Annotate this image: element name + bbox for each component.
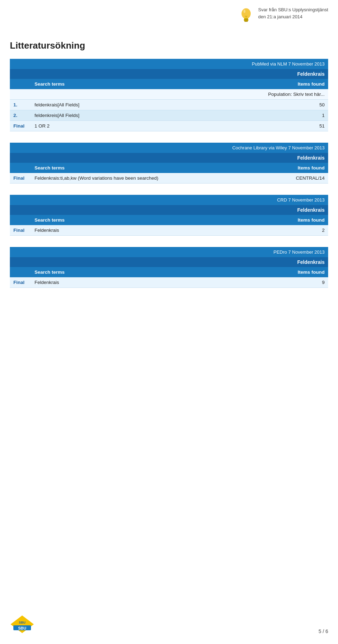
header-text: Svar från SBU:s Upplysningstjänst den 21… bbox=[258, 6, 328, 20]
row-items-found: 51 bbox=[211, 121, 328, 131]
row-num: Final bbox=[10, 277, 31, 288]
row-search-term: Feldenkrais:ti,ab,kw (Word variations ha… bbox=[31, 173, 264, 184]
search-table-pubmed: PubMed via NLM 7 November 2013 Feldenkra… bbox=[10, 59, 328, 131]
header-line1: Svar från SBU:s Upplysningstjänst bbox=[258, 6, 328, 13]
section-cochrane: Cochrane Library via Wiley 7 November 20… bbox=[10, 143, 328, 184]
db-label: CRD 7 November 2013 bbox=[10, 195, 328, 205]
header-line2: den 21:a januari 2014 bbox=[258, 13, 328, 20]
db-header-row: CRD 7 November 2013 bbox=[10, 195, 328, 205]
col-num bbox=[10, 215, 31, 225]
row-num: Final bbox=[10, 173, 31, 184]
search-row: 2. feldenkreis[All Fields] 1 bbox=[10, 110, 328, 121]
row-items-found: 50 bbox=[211, 100, 328, 110]
row-search-term: Feldenkrais bbox=[31, 225, 186, 236]
col-header-row: Search terms Items found bbox=[10, 79, 328, 89]
svg-rect-5 bbox=[245, 21, 248, 22]
topic-label: Feldenkrais bbox=[10, 257, 328, 267]
col-search-terms: Search terms bbox=[31, 267, 186, 277]
row-items-found: 2 bbox=[186, 225, 328, 236]
row-items-found: CENTRAL/14 bbox=[264, 173, 328, 184]
topic-header-row: Feldenkrais bbox=[10, 257, 328, 267]
page-title: Litteratursökning bbox=[10, 40, 328, 51]
topic-label: Feldenkrais bbox=[10, 69, 328, 79]
row-num: 1. bbox=[10, 100, 31, 110]
topic-header-row: Feldenkrais bbox=[10, 69, 328, 79]
search-table-cochrane: Cochrane Library via Wiley 7 November 20… bbox=[10, 143, 328, 184]
page-footer: SBU SBU 5 / 6 bbox=[0, 615, 338, 634]
search-table-pedro: PEDro 7 November 2013 Feldenkrais Search… bbox=[10, 247, 328, 288]
search-row: Final Feldenkrais 9 bbox=[10, 277, 328, 288]
row-num: 2. bbox=[10, 110, 31, 121]
col-num bbox=[10, 267, 31, 277]
col-num bbox=[10, 163, 31, 173]
search-row: Final Feldenkrais 2 bbox=[10, 225, 328, 236]
bulb-icon bbox=[238, 6, 254, 26]
db-header-row: Cochrane Library via Wiley 7 November 20… bbox=[10, 143, 328, 153]
page-number: 5 / 6 bbox=[319, 628, 328, 634]
section-pubmed: PubMed via NLM 7 November 2013 Feldenkra… bbox=[10, 59, 328, 131]
search-table-crd: CRD 7 November 2013 Feldenkrais Search t… bbox=[10, 195, 328, 236]
svg-point-1 bbox=[244, 10, 246, 13]
row-search-term: Feldenkrais bbox=[31, 277, 186, 288]
topic-header-row: Feldenkrais bbox=[10, 153, 328, 163]
db-label: Cochrane Library via Wiley 7 November 20… bbox=[10, 143, 328, 153]
col-items-found: Items found bbox=[264, 163, 328, 173]
col-header-row: Search terms Items found bbox=[10, 267, 328, 277]
db-label: PEDro 7 November 2013 bbox=[10, 247, 328, 257]
svg-text:SBU: SBU bbox=[18, 626, 26, 630]
topic-label: Feldenkrais bbox=[10, 205, 328, 215]
header-right: Svar från SBU:s Upplysningstjänst den 21… bbox=[238, 6, 328, 26]
topic-header-row: Feldenkrais bbox=[10, 205, 328, 215]
row-items-found: 1 bbox=[211, 110, 328, 121]
search-row: Final 1 OR 2 51 bbox=[10, 121, 328, 131]
db-header-row: PubMed via NLM 7 November 2013 bbox=[10, 59, 328, 69]
svg-text:SBU: SBU bbox=[19, 621, 25, 624]
sections-container: PubMed via NLM 7 November 2013 Feldenkra… bbox=[0, 59, 338, 288]
population-text: Population: Skriv text här... bbox=[31, 89, 328, 100]
row-search-term: feldenkrais[All Fields] bbox=[31, 100, 211, 110]
topic-label: Feldenkrais bbox=[10, 153, 328, 163]
col-num bbox=[10, 79, 31, 89]
row-num bbox=[10, 89, 31, 100]
col-search-terms: Search terms bbox=[31, 215, 186, 225]
search-row: 1. feldenkrais[All Fields] 50 bbox=[10, 100, 328, 110]
section-crd: CRD 7 November 2013 Feldenkrais Search t… bbox=[10, 195, 328, 236]
row-num: Final bbox=[10, 225, 31, 236]
svg-marker-8 bbox=[11, 615, 34, 633]
col-items-found: Items found bbox=[211, 79, 328, 89]
row-num: Final bbox=[10, 121, 31, 131]
row-items-found: 9 bbox=[186, 277, 328, 288]
col-header-row: Search terms Items found bbox=[10, 163, 328, 173]
col-search-terms: Search terms bbox=[31, 163, 264, 173]
page-header: Svar från SBU:s Upplysningstjänst den 21… bbox=[0, 0, 338, 30]
col-search-terms: Search terms bbox=[31, 79, 211, 89]
col-items-found: Items found bbox=[186, 267, 328, 277]
db-header-row: PEDro 7 November 2013 bbox=[10, 247, 328, 257]
db-label: PubMed via NLM 7 November 2013 bbox=[10, 59, 328, 69]
population-row: Population: Skriv text här... bbox=[10, 89, 328, 100]
section-pedro: PEDro 7 November 2013 Feldenkrais Search… bbox=[10, 247, 328, 288]
sbu-logo-icon: SBU SBU bbox=[10, 615, 35, 634]
col-items-found: Items found bbox=[186, 215, 328, 225]
col-header-row: Search terms Items found bbox=[10, 215, 328, 225]
row-search-term: feldenkreis[All Fields] bbox=[31, 110, 211, 121]
search-row: Final Feldenkrais:ti,ab,kw (Word variati… bbox=[10, 173, 328, 184]
row-search-term: 1 OR 2 bbox=[31, 121, 211, 131]
